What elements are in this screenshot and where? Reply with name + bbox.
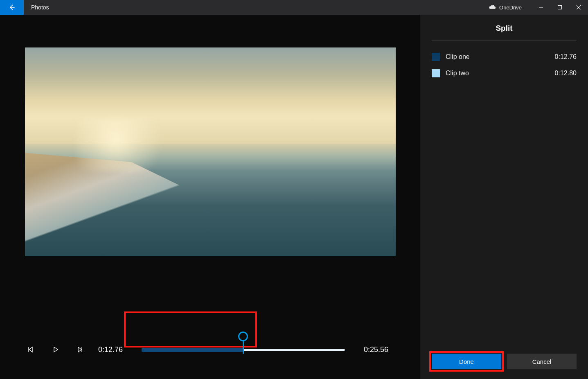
close-icon	[576, 5, 581, 10]
minimize-icon	[538, 5, 543, 10]
play-button[interactable]	[49, 343, 62, 356]
titlebar: Photos OneDrive	[0, 0, 588, 15]
arrow-left-icon	[9, 4, 15, 11]
clip-two-duration: 0:12.80	[555, 70, 577, 77]
done-button[interactable]: Done	[432, 354, 501, 369]
svg-marker-5	[29, 347, 32, 352]
cancel-button[interactable]: Cancel	[507, 354, 577, 369]
split-panel-title: Split	[432, 24, 577, 41]
frame-forward-icon	[77, 346, 84, 353]
svg-marker-8	[78, 347, 81, 352]
svg-rect-2	[558, 6, 562, 9]
clip-row-one[interactable]: Clip one 0:12.76	[432, 49, 577, 65]
clip-one-duration: 0:12.76	[555, 53, 577, 61]
playhead-time: 0:12.76	[98, 345, 130, 354]
frame-back-button[interactable]	[25, 343, 38, 356]
svg-marker-7	[54, 347, 58, 352]
total-time: 0:25.56	[364, 345, 396, 354]
clip-row-two[interactable]: Clip two 0:12.80	[432, 65, 577, 81]
cancel-button-label: Cancel	[532, 358, 552, 365]
maximize-icon	[557, 5, 562, 10]
maximize-button[interactable]	[550, 0, 569, 15]
timeline[interactable]	[142, 337, 345, 362]
frame-back-icon	[27, 346, 35, 353]
preview-sun-glow	[77, 118, 175, 171]
onedrive-status[interactable]: OneDrive	[489, 5, 522, 11]
clip-one-name: Clip one	[446, 53, 549, 61]
video-preview[interactable]	[25, 47, 396, 256]
play-icon	[52, 346, 59, 353]
app-title: Photos	[31, 4, 49, 11]
split-panel: Split Clip one 0:12.76 Clip two 0:12.80 …	[420, 15, 588, 379]
frame-forward-button[interactable]	[74, 343, 87, 356]
player-controls: 0:12.76 0:25.56	[0, 289, 420, 379]
cloud-icon	[489, 5, 496, 10]
split-handle-head	[238, 332, 248, 341]
split-handle[interactable]	[243, 336, 243, 354]
close-button[interactable]	[569, 0, 588, 15]
minimize-button[interactable]	[532, 0, 550, 15]
onedrive-label: OneDrive	[499, 5, 522, 11]
main-panel: 0:12.76 0:25.56	[0, 15, 420, 379]
clip-two-name: Clip two	[446, 70, 549, 77]
back-button[interactable]	[0, 0, 24, 15]
timeline-clip-one	[142, 348, 243, 352]
done-button-label: Done	[459, 358, 474, 365]
clip-one-swatch	[432, 53, 440, 61]
clip-two-swatch	[432, 69, 440, 77]
